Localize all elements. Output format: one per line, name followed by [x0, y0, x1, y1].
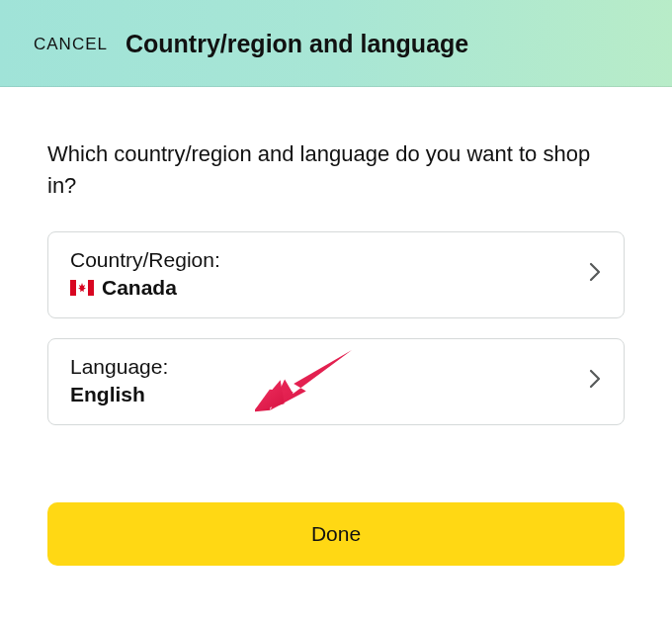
language-row[interactable]: Language: English	[47, 338, 625, 425]
language-label: Language:	[70, 355, 168, 379]
country-region-text: Country/Region: Canada	[70, 248, 220, 300]
language-text: Language: English	[70, 355, 168, 406]
country-region-value: Canada	[102, 276, 177, 300]
svg-rect-2	[88, 280, 94, 296]
prompt-text: Which country/region and language do you…	[47, 138, 625, 202]
country-region-row[interactable]: Country/Region: Canada	[47, 231, 625, 318]
canada-flag-icon	[70, 280, 94, 296]
svg-rect-0	[70, 280, 76, 296]
chevron-right-icon	[588, 368, 602, 394]
chevron-right-icon	[588, 261, 602, 287]
language-value: English	[70, 383, 168, 406]
country-region-label: Country/Region:	[70, 248, 220, 272]
page-title: Country/region and language	[126, 30, 468, 58]
header: CANCEL Country/region and language	[0, 0, 672, 87]
content: Which country/region and language do you…	[0, 87, 672, 425]
cancel-button[interactable]: CANCEL	[34, 35, 108, 54]
done-button[interactable]: Done	[47, 502, 625, 566]
